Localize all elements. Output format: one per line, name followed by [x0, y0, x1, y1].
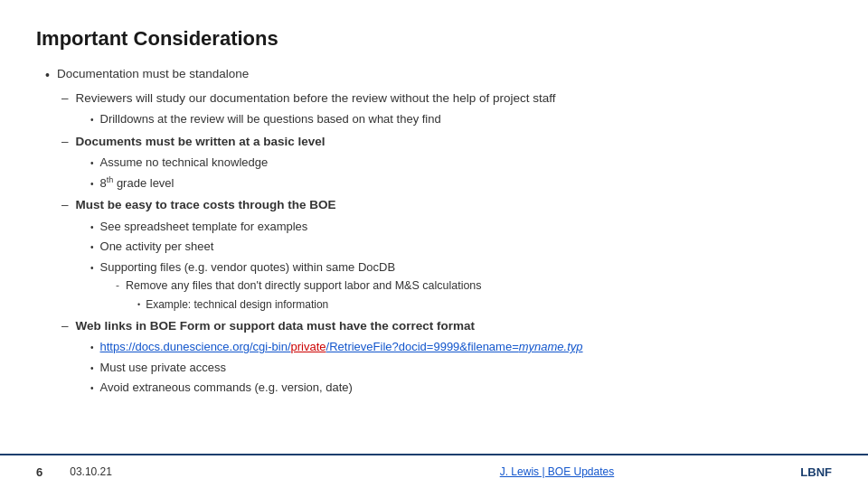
bullet-icon: • [90, 240, 94, 254]
list-item-l2-4: – Web links in BOE Form or support data … [61, 317, 832, 335]
l3-2-1-text: Assume no technical knowledge [100, 154, 269, 172]
bullet-icon: • [90, 341, 94, 354]
list-item-l3-3-2: • One activity per sheet [90, 238, 832, 256]
l2-4-text: Web links in BOE Form or support data mu… [76, 317, 476, 335]
content: • Documentation must be standalone – Rev… [36, 65, 832, 397]
footer-page-number: 6 [36, 465, 42, 479]
l2-2-text: Documents must be written at a basic lev… [76, 133, 326, 151]
link-italic[interactable]: myname.typ [519, 340, 583, 353]
l3-3-3-text: Supporting files (e.g. vendor quotes) wi… [100, 258, 396, 277]
bullet-icon: • [90, 113, 94, 127]
bullet-icon: • [45, 66, 50, 85]
l3-3-1-text: See spreadsheet template for examples [100, 218, 308, 236]
l2-3-text: Must be easy to trace costs through the … [76, 196, 336, 214]
l3-3-2-text: One activity per sheet [100, 238, 214, 256]
l4-3-1-text: Remove any files that don't directly sup… [126, 277, 482, 295]
list-item-l3-3-3: • Supporting files (e.g. vendor quotes) … [90, 258, 832, 277]
list-item-l3-4-2: • Must use private access [90, 359, 832, 377]
l3-4-3-text: Avoid extraneous commands (e.g. version,… [100, 379, 353, 397]
bullet-icon: • [90, 221, 94, 234]
grade-suffix: grade level [113, 176, 174, 190]
list-item-l1-1: • Documentation must be standalone [45, 65, 832, 85]
dash-icon: – [61, 196, 69, 214]
bullet-icon: • [137, 299, 140, 312]
dash-icon: – [61, 133, 69, 151]
dash-icon: – [61, 89, 69, 108]
footer: 6 03.10.21 J. Lewis | BOE Updates LBNF [0, 454, 868, 488]
l3-1-1-text: Drilldowns at the review will be questio… [100, 110, 441, 128]
link-post[interactable]: /RetrieveFile?docid=9999&filename= [326, 340, 519, 353]
list-item-l3-4-1: • https://docs.dunescience.org/cgi-bin/p… [90, 338, 832, 356]
bullet-icon: • [90, 361, 94, 375]
link-private[interactable]: private [291, 340, 326, 353]
footer-org: LBNF [800, 465, 832, 479]
slide: Important Considerations • Documentation… [0, 0, 868, 488]
slide-title: Important Considerations [36, 27, 832, 51]
list-item-l3-3-1: • See spreadsheet template for examples [90, 218, 832, 236]
list-item-l3-2-2: • 8th grade level [90, 174, 832, 192]
list-item-l4-3-1: - Remove any files that don't directly s… [116, 277, 832, 295]
list-item-l2-2: – Documents must be written at a basic l… [61, 133, 832, 151]
l2-1-text: Reviewers will study our documentation b… [76, 89, 556, 108]
l3-2-2-text: 8th grade level [100, 174, 175, 192]
footer-author[interactable]: J. Lewis | BOE Updates [314, 465, 801, 478]
list-item-l3-1-1: • Drilldowns at the review will be quest… [90, 110, 832, 128]
bullet-icon: • [90, 156, 94, 170]
l5-3-1-text: Example: technical design information [146, 296, 328, 313]
list-item-l3-4-3: • Avoid extraneous commands (e.g. versio… [90, 379, 832, 397]
bullet-icon: • [90, 261, 94, 275]
list-item-l2-3: – Must be easy to trace costs through th… [61, 196, 832, 214]
l3-4-2-text: Must use private access [100, 359, 226, 377]
link-pre[interactable]: https://docs.dunescience.org/cgi-bin/ [100, 340, 291, 353]
list-item-l3-2-1: • Assume no technical knowledge [90, 154, 832, 172]
dash-icon: – [61, 317, 69, 335]
bullet-icon: • [90, 381, 94, 395]
list-item-l5-3-1: • Example: technical design information [137, 296, 832, 313]
dash-icon: - [116, 277, 119, 294]
footer-date: 03.10.21 [70, 465, 313, 478]
list-item-l2-1: – Reviewers will study our documentation… [61, 89, 832, 108]
grade-number: 8 [100, 176, 107, 190]
l3-4-1-link: https://docs.dunescience.org/cgi-bin/pri… [100, 338, 583, 356]
bullet-icon: • [90, 177, 94, 191]
l1-1-text: Documentation must be standalone [57, 65, 249, 83]
